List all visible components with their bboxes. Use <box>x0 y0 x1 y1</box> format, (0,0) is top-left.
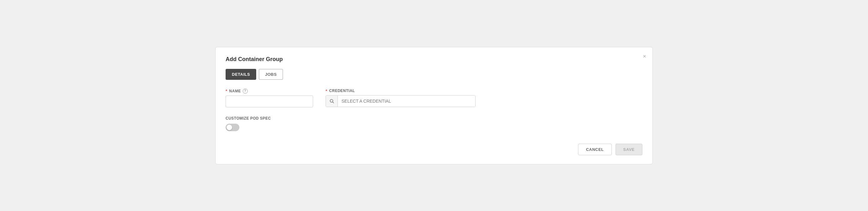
customize-pod-spec-section: CUSTOMIZE POD SPEC <box>226 116 642 131</box>
credential-label-text: CREDENTIAL <box>329 88 355 93</box>
modal-title: Add Container Group <box>226 56 642 62</box>
tab-details[interactable]: DETAILS <box>226 69 256 80</box>
customize-pod-spec-toggle[interactable] <box>226 124 239 131</box>
svg-line-1 <box>333 102 334 103</box>
tab-jobs[interactable]: JOBS <box>259 69 283 80</box>
credential-input[interactable] <box>338 96 475 107</box>
cancel-button[interactable]: CANCEL <box>578 144 612 155</box>
name-label: * NAME ? <box>226 88 313 94</box>
customize-label: CUSTOMIZE POD SPEC <box>226 116 642 121</box>
name-help-icon[interactable]: ? <box>243 88 248 94</box>
credential-label: * CREDENTIAL <box>326 88 475 93</box>
toggle-container <box>226 124 642 131</box>
tab-bar: DETAILS JOBS <box>226 69 642 80</box>
name-label-text: NAME <box>229 89 241 93</box>
credential-required-star: * <box>326 88 328 93</box>
credential-search-icon[interactable] <box>326 96 338 107</box>
footer-buttons: CANCEL SAVE <box>226 144 642 155</box>
close-button[interactable]: × <box>642 52 647 60</box>
name-input[interactable] <box>226 96 313 107</box>
form-row-main: * NAME ? * CREDENTIAL <box>226 88 642 107</box>
save-button[interactable]: SAVE <box>616 144 642 155</box>
credential-field-group: * CREDENTIAL <box>326 88 475 107</box>
name-field-group: * NAME ? <box>226 88 313 107</box>
credential-input-wrapper <box>326 95 475 107</box>
modal-dialog: Add Container Group × DETAILS JOBS * NAM… <box>215 47 653 164</box>
toggle-knob <box>226 125 232 130</box>
name-required-star: * <box>226 88 227 93</box>
